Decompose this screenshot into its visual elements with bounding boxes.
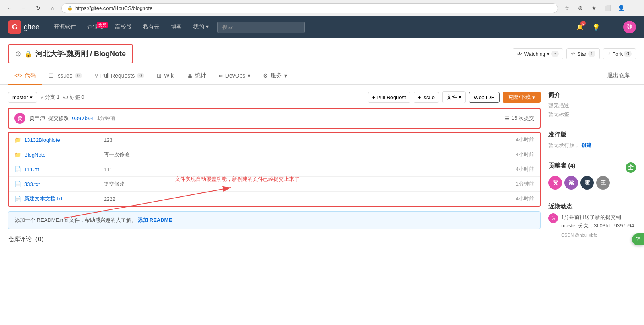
tab-exit[interactable]: 退出仓库 bbox=[601, 67, 636, 85]
extensions-icon[interactable]: ⊕ bbox=[575, 2, 586, 14]
nav-private-cloud[interactable]: 私有云 bbox=[138, 21, 164, 33]
contributor-2[interactable]: 霍 bbox=[580, 176, 594, 190]
gitee-search[interactable] bbox=[217, 22, 305, 33]
fork-button[interactable]: ⑂ Fork 0 bbox=[603, 48, 636, 59]
notification-button[interactable]: 🔔 3 bbox=[573, 21, 586, 33]
commit-hash: 9397b94 bbox=[72, 116, 94, 121]
back-button[interactable]: ← bbox=[4, 2, 15, 14]
tab-wiki[interactable]: ⊞ Wiki bbox=[150, 68, 181, 84]
file-row: 📁 13132BlogNote 123 4小时前 bbox=[9, 133, 540, 147]
cast-icon[interactable]: ⬜ bbox=[602, 2, 613, 14]
pr-icon: ⑂ bbox=[95, 72, 98, 79]
tags-info: 🏷 标签 0 bbox=[63, 94, 84, 101]
tab-devops[interactable]: ∞ DevOps ▾ bbox=[213, 68, 257, 84]
plus-button[interactable]: + bbox=[607, 21, 619, 33]
commit-count: ☰ 16 次提交 bbox=[505, 115, 534, 122]
webide-button[interactable]: Web IDE bbox=[469, 92, 500, 103]
branch-toolbar: master ▾ ⑂ 分支 1 🏷 标签 0 + Pull Request + … bbox=[8, 91, 541, 103]
header-right: 🔔 3 💡 + 魏 bbox=[573, 21, 636, 33]
contributor-1[interactable]: 梁 bbox=[564, 176, 578, 190]
csdn-tag: CSDN @hbu_xbfp bbox=[561, 232, 636, 239]
file-msg-0: 123 bbox=[104, 137, 516, 143]
nav-opensource[interactable]: 开源软件 bbox=[49, 21, 81, 33]
file-time-1: 4小时前 bbox=[516, 151, 534, 158]
commit-avatar: 贾 bbox=[14, 113, 25, 124]
file-msg-3: 提交修改 bbox=[104, 180, 516, 188]
file-name-3[interactable]: 333.txt bbox=[24, 181, 104, 187]
nav-university[interactable]: 高校版 bbox=[110, 21, 137, 33]
repo-comment: 仓库评论（0） bbox=[8, 235, 541, 243]
forward-button[interactable]: → bbox=[18, 2, 29, 14]
tab-pullrequests[interactable]: ⑂ Pull Requests 0 bbox=[88, 68, 151, 84]
tab-issues[interactable]: ☐ Issues 0 bbox=[42, 68, 88, 84]
profile-icon[interactable]: 👤 bbox=[615, 2, 626, 14]
contributors-all-button[interactable]: 全 bbox=[626, 162, 636, 173]
page-content: ⊙ 🔒 河北大学-魏勇刚 / BlogNote 👁 Watching ▾ 5 ☆… bbox=[0, 38, 644, 325]
address-bar[interactable]: 🔒 https://gitee.com/HbuCS/blognote bbox=[61, 3, 558, 13]
tab-code[interactable]: </> 代码 bbox=[8, 67, 42, 85]
contributor-3[interactable]: 王 bbox=[596, 176, 610, 190]
file-name-2[interactable]: 111.rtf bbox=[24, 166, 104, 172]
file-row: 📁 BlogNote 再一次修改 4小时前 bbox=[9, 147, 540, 162]
add-readme-link[interactable]: 添加 README bbox=[138, 217, 172, 223]
file-button[interactable]: 文件 ▾ bbox=[442, 91, 466, 103]
repo-lock-icon: 🔒 bbox=[24, 50, 32, 58]
intro-desc: 暂无描述 bbox=[548, 102, 636, 109]
favorites-icon[interactable]: ★ bbox=[588, 2, 599, 14]
repo-actions: 👁 Watching ▾ 5 ☆ Star 1 ⑂ Fork 0 bbox=[513, 48, 636, 59]
file-name-0[interactable]: 13132BlogNote bbox=[24, 137, 104, 143]
more-button[interactable]: ⋯ bbox=[629, 2, 640, 14]
bookmark-star-icon[interactable]: ☆ bbox=[561, 2, 572, 14]
enterprise-badge: 免费 bbox=[97, 22, 108, 28]
issue-button[interactable]: + Issue bbox=[414, 92, 439, 103]
branch-selector[interactable]: master ▾ bbox=[8, 92, 37, 103]
repo-sidebar: 简介 暂无描述 暂无标签 发行版 暂无发行版， 创建 贡献者 (4) bbox=[548, 91, 636, 247]
refresh-button[interactable]: ↻ bbox=[33, 2, 44, 14]
commit-info: 贾丰沛 提交修改 9397b94 1分钟前 bbox=[29, 115, 501, 122]
file-time-4: 4小时前 bbox=[516, 195, 534, 202]
recent-title: 近期动态 bbox=[548, 203, 636, 210]
issues-badge: 0 bbox=[75, 73, 82, 78]
file-row: 📄 新建文本文档.txt 2222 4小时前 bbox=[9, 192, 540, 206]
contributor-0[interactable]: 贾 bbox=[548, 176, 562, 190]
tab-stats[interactable]: ▦ 统计 bbox=[181, 67, 213, 85]
recent-avatar: 贾 bbox=[548, 213, 558, 223]
lightbulb-icon[interactable]: 💡 bbox=[590, 21, 603, 33]
nav-enterprise[interactable]: 企业版 免费 bbox=[82, 21, 109, 33]
fork-count: 0 bbox=[624, 51, 632, 57]
toolbar-right: + Pull Request + Issue 文件 ▾ Web IDE 克隆/下… bbox=[368, 91, 541, 103]
gitee-logo[interactable]: G gitee bbox=[8, 20, 39, 34]
star-button[interactable]: ☆ Star 1 bbox=[566, 48, 600, 59]
file-name-1[interactable]: BlogNote bbox=[24, 152, 104, 158]
repo-title: 河北大学-魏勇刚 / BlogNote bbox=[35, 49, 126, 59]
commit-box: 贾 贾丰沛 提交修改 9397b94 1分钟前 ☰ 16 次提交 bbox=[8, 108, 541, 129]
commit-time: 1分钟前 bbox=[97, 115, 115, 122]
pull-request-button[interactable]: + Pull Request bbox=[368, 92, 410, 103]
tab-services[interactable]: ⚙ 服务 ▾ bbox=[257, 67, 293, 85]
contributors-header: 贡献者 (4) 全 bbox=[548, 162, 636, 173]
contributors-title: 贡献者 (4) bbox=[548, 162, 576, 170]
file-msg-2: 111 bbox=[104, 166, 516, 172]
file-row: 📄 333.txt 提交修改 1分钟前 bbox=[9, 177, 540, 192]
nav-mine[interactable]: 我的 ▾ bbox=[188, 21, 213, 33]
intro-tags: 暂无标签 bbox=[548, 111, 636, 118]
file-icon: 📄 bbox=[14, 166, 21, 172]
file-name-4[interactable]: 新建文本文档.txt bbox=[24, 195, 104, 202]
nav-blog[interactable]: 博客 bbox=[166, 21, 187, 33]
browser-chrome: ← → ↻ ⌂ 🔒 https://gitee.com/HbuCS/blogno… bbox=[0, 0, 644, 16]
search-input[interactable] bbox=[217, 22, 305, 33]
user-avatar[interactable]: 魏 bbox=[623, 21, 636, 33]
lock-icon: 🔒 bbox=[67, 6, 73, 11]
clone-button[interactable]: 克隆/下载 ▾ bbox=[503, 92, 541, 103]
file-msg-1: 再一次修改 bbox=[104, 151, 516, 158]
folder-icon: 📁 bbox=[14, 137, 21, 143]
browser-right-icons: ☆ ⊕ ★ ⬜ 👤 ⋯ bbox=[561, 2, 640, 14]
repo-header: ⊙ 🔒 河北大学-魏勇刚 / BlogNote 👁 Watching ▾ 5 ☆… bbox=[0, 38, 644, 63]
help-button[interactable]: ? bbox=[632, 233, 644, 245]
annotation-container: 贾 贾丰沛 提交修改 9397b94 1分钟前 ☰ 16 次提交 bbox=[8, 108, 541, 207]
watching-button[interactable]: 👁 Watching ▾ 5 bbox=[513, 48, 563, 59]
repo-tabs: </> 代码 ☐ Issues 0 ⑂ Pull Requests 0 ⊞ Wi… bbox=[0, 67, 644, 85]
create-release-link[interactable]: 创建 bbox=[581, 142, 591, 148]
commit-count-icon: ☰ bbox=[505, 116, 510, 121]
home-button[interactable]: ⌂ bbox=[47, 2, 58, 14]
